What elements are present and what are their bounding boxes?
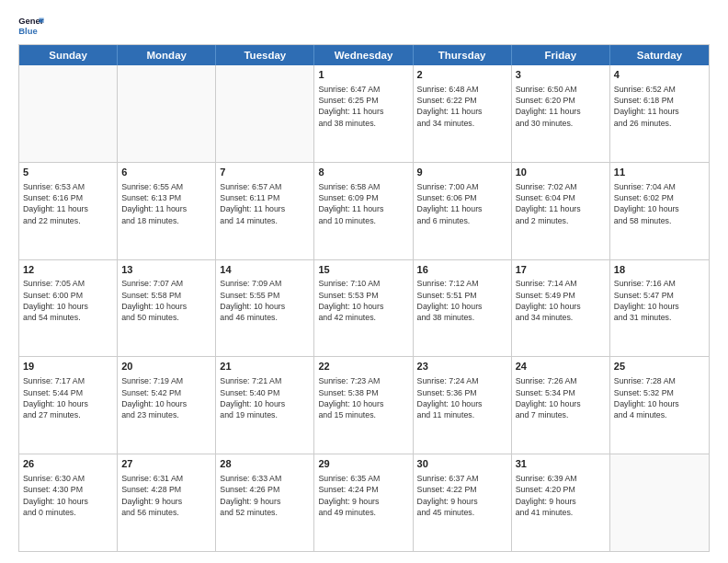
- weekday-header-thursday: Thursday: [414, 45, 512, 65]
- day-cell-12: 12Sunrise: 7:05 AM Sunset: 6:00 PM Dayli…: [19, 260, 118, 357]
- day-number: 20: [121, 360, 211, 373]
- day-cell-6: 6Sunrise: 6:55 AM Sunset: 6:13 PM Daylig…: [118, 163, 216, 259]
- day-number: 28: [220, 457, 310, 471]
- day-cell-9: 9Sunrise: 7:00 AM Sunset: 6:06 PM Daylig…: [414, 163, 512, 259]
- day-cell-22: 22Sunrise: 7:23 AM Sunset: 5:38 PM Dayli…: [314, 357, 413, 454]
- day-info: Sunrise: 7:14 AM Sunset: 5:49 PM Dayligh…: [516, 278, 606, 323]
- calendar-row-4: 19Sunrise: 7:17 AM Sunset: 5:44 PM Dayli…: [19, 356, 709, 454]
- day-number: 14: [220, 263, 310, 277]
- weekday-header-sunday: Sunday: [19, 45, 118, 65]
- day-cell-19: 19Sunrise: 7:17 AM Sunset: 5:44 PM Dayli…: [19, 357, 118, 454]
- day-number: 12: [23, 263, 113, 277]
- day-number: 25: [614, 360, 705, 373]
- day-cell-25: 25Sunrise: 7:28 AM Sunset: 5:32 PM Dayli…: [610, 357, 709, 454]
- weekday-header-wednesday: Wednesday: [314, 45, 413, 65]
- day-info: Sunrise: 7:07 AM Sunset: 5:58 PM Dayligh…: [121, 278, 211, 323]
- day-info: Sunrise: 7:24 AM Sunset: 5:36 PM Dayligh…: [417, 375, 507, 420]
- calendar-header: SundayMondayTuesdayWednesdayThursdayFrid…: [19, 45, 709, 65]
- calendar-row-2: 5Sunrise: 6:53 AM Sunset: 6:16 PM Daylig…: [19, 162, 709, 259]
- day-cell-11: 11Sunrise: 7:04 AM Sunset: 6:02 PM Dayli…: [610, 163, 709, 259]
- day-number: 21: [220, 360, 310, 373]
- day-number: 1: [318, 68, 408, 82]
- day-cell-13: 13Sunrise: 7:07 AM Sunset: 5:58 PM Dayli…: [118, 260, 216, 357]
- day-number: 6: [121, 166, 211, 179]
- day-cell-10: 10Sunrise: 7:02 AM Sunset: 6:04 PM Dayli…: [512, 163, 610, 259]
- day-number: 16: [417, 263, 507, 277]
- day-number: 11: [614, 166, 705, 179]
- day-number: 18: [614, 263, 705, 277]
- day-info: Sunrise: 6:35 AM Sunset: 4:24 PM Dayligh…: [318, 473, 408, 518]
- day-info: Sunrise: 6:50 AM Sunset: 6:20 PM Dayligh…: [516, 84, 606, 129]
- day-number: 26: [23, 457, 113, 471]
- day-info: Sunrise: 7:02 AM Sunset: 6:04 PM Dayligh…: [516, 181, 606, 226]
- day-info: Sunrise: 6:33 AM Sunset: 4:26 PM Dayligh…: [220, 473, 310, 518]
- day-number: 31: [516, 457, 606, 471]
- day-info: Sunrise: 6:52 AM Sunset: 6:18 PM Dayligh…: [614, 84, 705, 129]
- day-cell-28: 28Sunrise: 6:33 AM Sunset: 4:26 PM Dayli…: [216, 454, 314, 551]
- calendar-body: 1Sunrise: 6:47 AM Sunset: 6:25 PM Daylig…: [19, 65, 709, 551]
- day-info: Sunrise: 7:12 AM Sunset: 5:51 PM Dayligh…: [417, 278, 507, 323]
- weekday-header-tuesday: Tuesday: [216, 45, 314, 65]
- calendar-row-5: 26Sunrise: 6:30 AM Sunset: 4:30 PM Dayli…: [19, 454, 709, 551]
- day-number: 7: [220, 166, 310, 179]
- day-info: Sunrise: 7:17 AM Sunset: 5:44 PM Dayligh…: [23, 375, 113, 420]
- empty-cell: [19, 65, 118, 162]
- day-info: Sunrise: 7:19 AM Sunset: 5:42 PM Dayligh…: [121, 375, 211, 420]
- day-info: Sunrise: 7:00 AM Sunset: 6:06 PM Dayligh…: [417, 181, 507, 226]
- day-cell-21: 21Sunrise: 7:21 AM Sunset: 5:40 PM Dayli…: [216, 357, 314, 454]
- day-cell-26: 26Sunrise: 6:30 AM Sunset: 4:30 PM Dayli…: [19, 454, 118, 551]
- day-cell-27: 27Sunrise: 6:31 AM Sunset: 4:28 PM Dayli…: [118, 454, 216, 551]
- day-info: Sunrise: 7:16 AM Sunset: 5:47 PM Dayligh…: [614, 278, 705, 323]
- day-info: Sunrise: 7:23 AM Sunset: 5:38 PM Dayligh…: [318, 375, 408, 420]
- day-number: 24: [516, 360, 606, 373]
- weekday-header-saturday: Saturday: [610, 45, 709, 65]
- day-cell-4: 4Sunrise: 6:52 AM Sunset: 6:18 PM Daylig…: [610, 65, 709, 162]
- day-cell-2: 2Sunrise: 6:48 AM Sunset: 6:22 PM Daylig…: [414, 65, 512, 162]
- day-info: Sunrise: 6:55 AM Sunset: 6:13 PM Dayligh…: [121, 181, 211, 226]
- day-number: 13: [121, 263, 211, 277]
- day-info: Sunrise: 6:57 AM Sunset: 6:11 PM Dayligh…: [220, 181, 310, 226]
- svg-text:Blue: Blue: [18, 26, 37, 36]
- header: General Blue: [18, 15, 710, 37]
- day-cell-31: 31Sunrise: 6:39 AM Sunset: 4:20 PM Dayli…: [512, 454, 610, 551]
- day-info: Sunrise: 6:48 AM Sunset: 6:22 PM Dayligh…: [417, 84, 507, 129]
- day-cell-14: 14Sunrise: 7:09 AM Sunset: 5:55 PM Dayli…: [216, 260, 314, 357]
- day-number: 29: [318, 457, 408, 471]
- day-number: 2: [417, 68, 507, 82]
- day-number: 4: [614, 68, 705, 82]
- day-cell-5: 5Sunrise: 6:53 AM Sunset: 6:16 PM Daylig…: [19, 163, 118, 259]
- logo: General Blue: [18, 15, 44, 37]
- day-info: Sunrise: 6:39 AM Sunset: 4:20 PM Dayligh…: [516, 473, 606, 518]
- day-cell-3: 3Sunrise: 6:50 AM Sunset: 6:20 PM Daylig…: [512, 65, 610, 162]
- empty-cell: [216, 65, 314, 162]
- weekday-header-monday: Monday: [118, 45, 216, 65]
- logo-icon: General Blue: [18, 15, 44, 37]
- day-cell-1: 1Sunrise: 6:47 AM Sunset: 6:25 PM Daylig…: [314, 65, 413, 162]
- day-info: Sunrise: 6:53 AM Sunset: 6:16 PM Dayligh…: [23, 181, 113, 226]
- day-info: Sunrise: 7:05 AM Sunset: 6:00 PM Dayligh…: [23, 278, 113, 323]
- day-number: 8: [318, 166, 408, 179]
- day-info: Sunrise: 6:58 AM Sunset: 6:09 PM Dayligh…: [318, 181, 408, 226]
- day-number: 5: [23, 166, 113, 179]
- day-number: 15: [318, 263, 408, 277]
- day-number: 23: [417, 360, 507, 373]
- day-number: 27: [121, 457, 211, 471]
- day-number: 22: [318, 360, 408, 373]
- calendar-row-3: 12Sunrise: 7:05 AM Sunset: 6:00 PM Dayli…: [19, 259, 709, 357]
- day-cell-24: 24Sunrise: 7:26 AM Sunset: 5:34 PM Dayli…: [512, 357, 610, 454]
- calendar: SundayMondayTuesdayWednesdayThursdayFrid…: [18, 44, 710, 552]
- day-cell-15: 15Sunrise: 7:10 AM Sunset: 5:53 PM Dayli…: [314, 260, 413, 357]
- day-number: 10: [516, 166, 606, 179]
- day-number: 17: [516, 263, 606, 277]
- day-info: Sunrise: 6:30 AM Sunset: 4:30 PM Dayligh…: [23, 473, 113, 518]
- day-number: 30: [417, 457, 507, 471]
- day-number: 19: [23, 360, 113, 373]
- day-info: Sunrise: 6:31 AM Sunset: 4:28 PM Dayligh…: [121, 473, 211, 518]
- day-cell-7: 7Sunrise: 6:57 AM Sunset: 6:11 PM Daylig…: [216, 163, 314, 259]
- day-info: Sunrise: 7:28 AM Sunset: 5:32 PM Dayligh…: [614, 375, 705, 420]
- day-info: Sunrise: 7:26 AM Sunset: 5:34 PM Dayligh…: [516, 375, 606, 420]
- day-info: Sunrise: 7:09 AM Sunset: 5:55 PM Dayligh…: [220, 278, 310, 323]
- day-cell-8: 8Sunrise: 6:58 AM Sunset: 6:09 PM Daylig…: [314, 163, 413, 259]
- weekday-header-friday: Friday: [512, 45, 610, 65]
- day-cell-20: 20Sunrise: 7:19 AM Sunset: 5:42 PM Dayli…: [118, 357, 216, 454]
